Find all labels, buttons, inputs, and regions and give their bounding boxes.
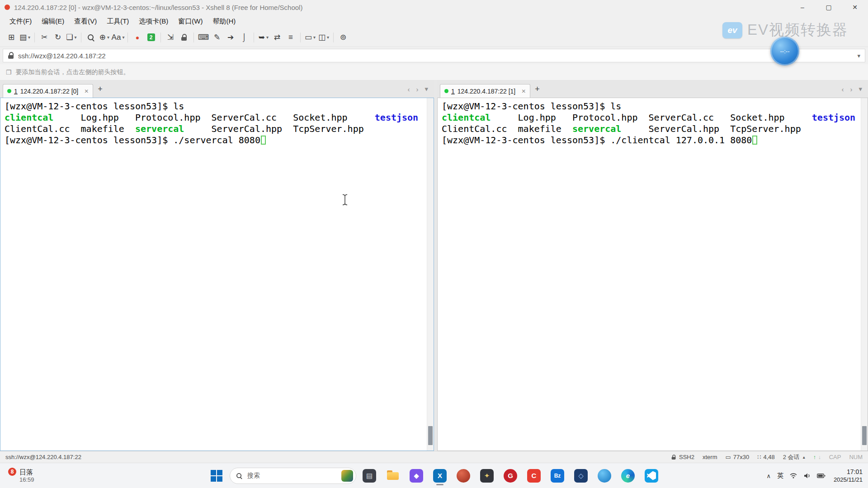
keyboard-button[interactable]: ⌨ — [197, 31, 210, 44]
start-button[interactable] — [206, 465, 227, 487]
terminal-line: [wzx@VM-12-3-centos lesson53]$ ls — [442, 101, 868, 112]
maximize-button[interactable]: ▢ — [816, 0, 842, 14]
send-text-button[interactable]: ➔ — [224, 31, 237, 44]
new-session-button[interactable]: ⊞ — [5, 31, 18, 44]
taskbar-app-purple[interactable]: ◆ — [406, 465, 427, 487]
file-transfer-button[interactable]: ⇄ — [270, 31, 284, 44]
new-tab-button[interactable]: + — [98, 84, 103, 94]
taskbar-app-xshell[interactable]: X — [429, 465, 450, 487]
status-session-count[interactable]: 2 会话▴ — [783, 453, 805, 461]
session-connected-icon — [444, 89, 448, 93]
compose-pane-button[interactable]: ⌡ — [237, 31, 251, 44]
terminal-right[interactable]: [wzx@VM-12-3-centos lesson53]$ ls client… — [437, 98, 868, 451]
taskbar-app-bandizip[interactable]: Bz — [547, 465, 568, 487]
tab-close-icon[interactable]: ✕ — [521, 88, 526, 94]
duplicate-session-button[interactable]: ❏ — [65, 31, 78, 44]
taskbar-app-darkblue[interactable]: ◇ — [571, 465, 591, 487]
pencil-icon: ✎ — [214, 33, 220, 41]
tab-label: 124.220.4.187:22 [1] — [458, 88, 515, 95]
taskbar-app-blue-ball[interactable] — [594, 465, 615, 487]
address-row: ssh://wzx@124.220.4.187:22 ▾ — [0, 47, 868, 64]
highlight-red-button[interactable]: ● — [131, 31, 144, 44]
menu-tabs[interactable]: 选项卡(B) — [134, 15, 173, 28]
taskbar-app-dark-tool[interactable]: ▤ — [359, 465, 380, 487]
tab-scroll-right-icon[interactable]: › — [847, 85, 855, 93]
taskbar-app-vscode[interactable] — [641, 465, 662, 487]
menu-window[interactable]: 窗口(W) — [173, 15, 208, 28]
tab-session-1[interactable]: 1 124.220.4.187:22 [1] ✕ — [440, 84, 530, 98]
terminal-text: [wzx@VM-12-3-centos lesson53]$ ls — [5, 101, 184, 112]
pane-divider[interactable] — [434, 80, 437, 451]
close-button[interactable]: ✕ — [842, 0, 868, 14]
recorder-timer-label: --:-- — [780, 48, 790, 55]
new-window-button[interactable]: ▭ — [303, 31, 317, 44]
volume-icon[interactable] — [803, 473, 811, 479]
battery-icon[interactable] — [817, 473, 826, 479]
status-traffic: ↑↓ — [813, 454, 821, 460]
tab-number: 1 — [14, 88, 18, 95]
minimize-button[interactable]: – — [789, 0, 816, 14]
tab-menu-icon[interactable]: ▾ — [421, 85, 431, 93]
ev-floating-ball[interactable]: --:-- — [770, 37, 799, 66]
scrollbar-thumb[interactable] — [428, 426, 433, 445]
edit-button[interactable]: ✎ — [210, 31, 224, 44]
red-dot-icon: ● — [136, 34, 139, 41]
tile-layout-icon: ◫ — [318, 33, 326, 41]
taskbar-app-red-ball[interactable] — [453, 465, 474, 487]
tile-windows-button[interactable]: ◫ — [317, 31, 330, 44]
encoding-button[interactable]: ⊕ — [98, 31, 111, 44]
menu-help[interactable]: 帮助(H) — [208, 15, 241, 28]
encoding-globe-icon: ⊕ — [99, 33, 106, 41]
fullscreen-button[interactable]: ⇲ — [164, 31, 177, 44]
tab-session-0[interactable]: 1 124.220.4.187:22 [0] ✕ — [3, 84, 93, 98]
tab-menu-icon[interactable]: ▾ — [855, 85, 865, 93]
taskbar-app-gitee[interactable]: G — [500, 465, 521, 487]
taskbar-app-c[interactable]: C — [524, 465, 544, 487]
taskbar-app-dark-2[interactable]: ✦ — [476, 465, 497, 487]
tab-number: 1 — [451, 88, 455, 95]
session-properties-button[interactable]: ⊚ — [336, 31, 350, 44]
find-button[interactable] — [84, 31, 98, 44]
tab-scroll-left-icon[interactable]: ‹ — [404, 85, 413, 93]
menu-view[interactable]: 查看(V) — [69, 15, 102, 28]
menu-file[interactable]: 文件(F) — [5, 15, 37, 28]
taskbar-search[interactable]: 搜索 — [230, 468, 356, 484]
terminal-left[interactable]: [wzx@VM-12-3-centos lesson53]$ ls client… — [0, 98, 434, 451]
disconnect-button[interactable]: ✂ — [38, 31, 51, 44]
menu-tools[interactable]: 工具(T) — [102, 15, 134, 28]
new-tab-button[interactable]: + — [535, 84, 540, 94]
window-icon: ▭ — [305, 33, 312, 41]
address-dropdown-icon[interactable]: ▾ — [857, 52, 860, 59]
log-button[interactable]: ≡ — [284, 31, 297, 44]
network-icon[interactable] — [790, 473, 797, 479]
open-sessions-button[interactable]: ▤ — [18, 31, 32, 44]
tab-scroll-right-icon[interactable]: › — [413, 85, 421, 93]
gitee-icon: G — [504, 469, 517, 483]
reconnect-button[interactable]: ↻ — [51, 31, 65, 44]
taskbar-clock[interactable]: 17:01 2025/11/21 — [834, 468, 863, 483]
terminal-scrollbar[interactable] — [427, 98, 434, 450]
ime-indicator[interactable]: 英 — [777, 472, 783, 480]
menu-edit[interactable]: 编辑(E) — [37, 15, 69, 28]
terminal-scrollbar[interactable] — [861, 98, 868, 450]
size-label: 77x30 — [733, 454, 749, 460]
address-input[interactable]: ssh://wzx@124.220.4.187:22 — [18, 52, 853, 60]
tab-scroll-left-icon[interactable]: ‹ — [838, 85, 847, 93]
send-file-button[interactable]: ➥ — [257, 31, 270, 44]
ssl-lock-icon — [8, 52, 14, 59]
hidden-icons-button[interactable]: ∧ — [766, 473, 771, 479]
taskbar-app-file-explorer[interactable] — [382, 465, 403, 487]
highlight-green-button[interactable]: 2 — [144, 31, 158, 44]
blue-ball-icon — [598, 469, 611, 483]
lock-screen-button[interactable] — [177, 31, 191, 44]
terminal-cursor — [261, 136, 266, 145]
font-button[interactable]: Aa — [111, 31, 125, 44]
upload-arrow-icon: ↑ — [813, 454, 816, 460]
terminal-text: ServerCal.hpp TcpServer.hpp — [184, 123, 363, 134]
weather-widget[interactable]: 8 日落 16:59 — [5, 463, 38, 488]
scrollbar-thumb[interactable] — [862, 426, 867, 445]
tab-close-icon[interactable]: ✕ — [84, 88, 89, 94]
taskbar-app-edge[interactable]: e — [618, 465, 638, 487]
toolbar: ⊞ ▤ ✂ ↻ ❏ ⊕ Aa ● 2 ⇲ ⌨ ✎ ➔ ⌡ ➥ ⇄ ≡ ▭ ◫ ⊚ — [0, 28, 868, 47]
address-bar[interactable]: ssh://wzx@124.220.4.187:22 ▾ — [3, 49, 865, 62]
